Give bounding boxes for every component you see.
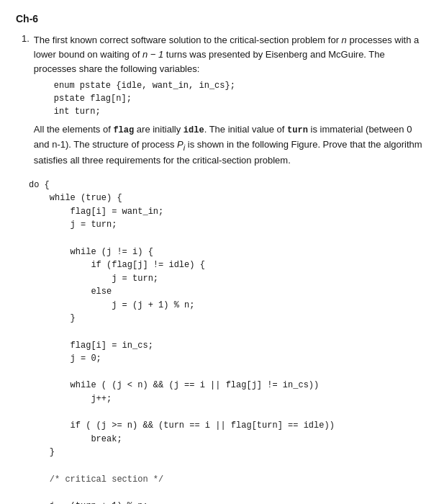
code-line-17: j++; [29,392,428,406]
code-line-3: flag[i] = want_in; [29,205,428,219]
code-line-22 [29,459,428,473]
code-line-20: break; [29,433,428,446]
flag-line: pstate flag[n]; [54,92,428,105]
enum-line: enum pstate {idle, want_in, in_cs}; [54,79,428,92]
critical-section-comment: /* critical section */ [29,473,428,487]
code-line-24: j = (turn + 1) % n; [29,500,428,504]
n-minus-1: n − 1 [142,49,163,60]
code-line-7: if (flag[j] != idle) { [29,258,428,272]
para-text-2: are initially [134,124,184,135]
code-line-6: while (j != i) { [29,246,428,259]
idle-keyword: idle [184,125,204,135]
page-title: Ch-6 [16,13,428,24]
code-line-21: } [29,446,428,459]
code-line-10: j = (j + 1) % n; [29,299,428,312]
code-line-5 [29,232,428,246]
code-line-13: flag[i] = in_cs; [29,339,428,353]
algorithm-code: do { while (true) { flag[i] = want_in; j… [29,179,428,504]
code-line-14: j = 0; [29,352,428,366]
code-line-19: if ( (j >= n) && (turn == i || flag[turn… [29,419,428,433]
pi-variable: Pi [177,139,185,150]
code-line-18 [29,406,428,420]
turn-line: int turn; [54,105,428,118]
code-line-16: while ( (j < n) && (j == i || flag[j] !=… [29,379,428,392]
item-number: 1. [22,33,30,168]
code-line-9: else [29,285,428,299]
flag-keyword: flag [113,125,134,135]
code-line-4: j = turn; [29,218,428,232]
code-line-1: do { [29,179,428,192]
variable-declarations: enum pstate {idle, want_in, in_cs}; psta… [54,79,428,118]
code-line-23 [29,486,428,500]
turn-keyword: turn [287,125,308,135]
code-line-2: while (true) { [29,192,428,205]
code-line-11: } [29,312,428,325]
code-line-12 [29,325,428,339]
n-variable: n [342,35,347,45]
continuation-paragraph: All the elements of flag are initially i… [34,122,428,168]
item-description: The first known correct software solutio… [34,33,428,168]
code-line-15 [29,366,428,379]
code-line-8: j = turn; [29,272,428,286]
intro-text: The first known correct software solutio… [34,35,342,45]
para-text-3: . The initial value of [204,124,287,135]
para-text-1: All the elements of [34,124,114,135]
